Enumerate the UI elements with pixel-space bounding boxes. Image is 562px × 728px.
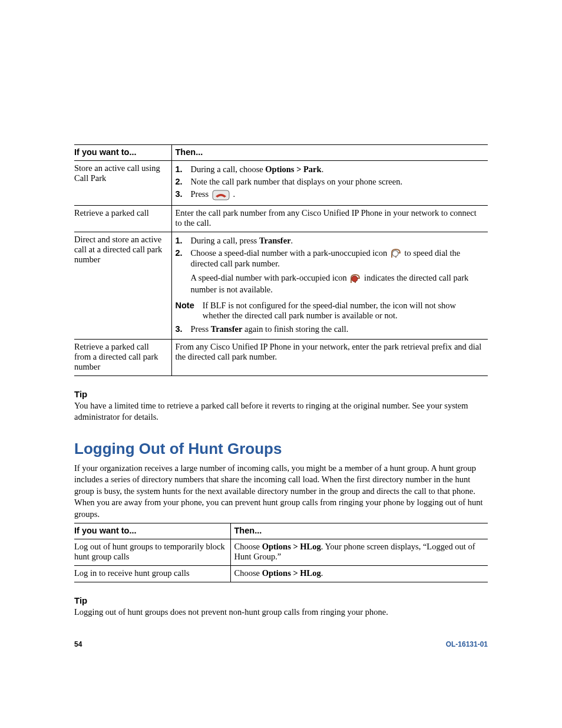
- table-header-row: If you want to... Then...: [74, 523, 488, 539]
- tip-label: Tip: [74, 595, 488, 605]
- note-label: Note: [176, 301, 194, 321]
- park-unoccupied-icon: [391, 248, 401, 259]
- call-park-table: If you want to... Then... Store an activ…: [74, 144, 488, 376]
- row-label: Retrieve a parked call: [74, 205, 171, 232]
- table-row: Direct and store an active call at a dir…: [74, 232, 488, 339]
- table-row: Retrieve a parked call Enter the call pa…: [74, 205, 488, 232]
- page-content: If you want to... Then... Store an activ…: [0, 0, 562, 684]
- note-text: If BLF is not configured for the speed-d…: [203, 301, 484, 321]
- tip-label: Tip: [74, 389, 488, 399]
- col-header: Then...: [230, 523, 488, 539]
- row-content: 1. During a call, choose Options > Park.…: [171, 161, 488, 206]
- step-text: During a call, press Transfer.: [191, 236, 293, 246]
- table-row: Retrieve a parked call from a directed c…: [74, 339, 488, 375]
- svg-point-2: [352, 276, 358, 282]
- step-text: During a call, choose Options > Park.: [191, 164, 324, 174]
- doc-number: OL-16131-01: [446, 640, 488, 648]
- table-header-row: If you want to... Then...: [74, 145, 488, 161]
- section-intro: If your organization receives a large nu…: [74, 463, 488, 521]
- row-content: Choose Options > HLog. Your phone screen…: [230, 539, 488, 565]
- park-occupied-icon: [350, 274, 361, 284]
- step-number: 1.: [176, 236, 185, 246]
- table-row: Store an active call using Call Park 1. …: [74, 161, 488, 206]
- page-number: 54: [74, 640, 82, 648]
- tip-text: You have a limited time to retrieve a pa…: [74, 400, 488, 423]
- row-label: Direct and store an active call at a dir…: [74, 232, 171, 339]
- row-content: 1. During a call, press Transfer. 2. Cho…: [171, 232, 488, 339]
- row-content: From any Cisco Unified IP Phone in your …: [171, 339, 488, 375]
- step-number: 2.: [176, 248, 185, 269]
- step-text: Press Transfer again to finish storing t…: [191, 324, 349, 334]
- step-number: 1.: [176, 164, 185, 174]
- step-number: 3.: [176, 189, 185, 200]
- row-label: Store an active call using Call Park: [74, 161, 171, 206]
- table-row: Log in to receive hunt group calls Choos…: [74, 565, 488, 582]
- hunt-group-table: If you want to... Then... Log out of hun…: [74, 523, 488, 582]
- step-number: 2.: [176, 177, 185, 187]
- svg-point-1: [392, 251, 398, 256]
- step-text: Choose a speed-dial number with a park-u…: [191, 248, 485, 269]
- note-block: Note If BLF is not configured for the sp…: [176, 298, 485, 323]
- end-call-icon: [212, 190, 230, 200]
- row-content: Choose Options > HLog.: [230, 565, 488, 582]
- sub-note: A speed-dial number with park-occupied i…: [176, 270, 485, 298]
- row-label: Retrieve a parked call from a directed c…: [74, 339, 171, 375]
- step-text: Press .: [191, 189, 236, 200]
- row-label: Log in to receive hunt group calls: [74, 565, 230, 582]
- page-footer: 54 OL-16131-01: [74, 640, 488, 648]
- section-heading: Logging Out of Hunt Groups: [74, 440, 488, 458]
- col-header: Then...: [171, 145, 488, 161]
- col-header: If you want to...: [74, 145, 171, 161]
- col-header: If you want to...: [74, 523, 230, 539]
- step-text: Note the call park number that displays …: [191, 177, 403, 187]
- table-row: Log out of hunt groups to temporarily bl…: [74, 539, 488, 565]
- row-content: Enter the call park number from any Cisc…: [171, 205, 488, 232]
- tip-text: Logging out of hunt groups does not prev…: [74, 607, 488, 618]
- step-number: 3.: [176, 324, 185, 334]
- row-label: Log out of hunt groups to temporarily bl…: [74, 539, 230, 565]
